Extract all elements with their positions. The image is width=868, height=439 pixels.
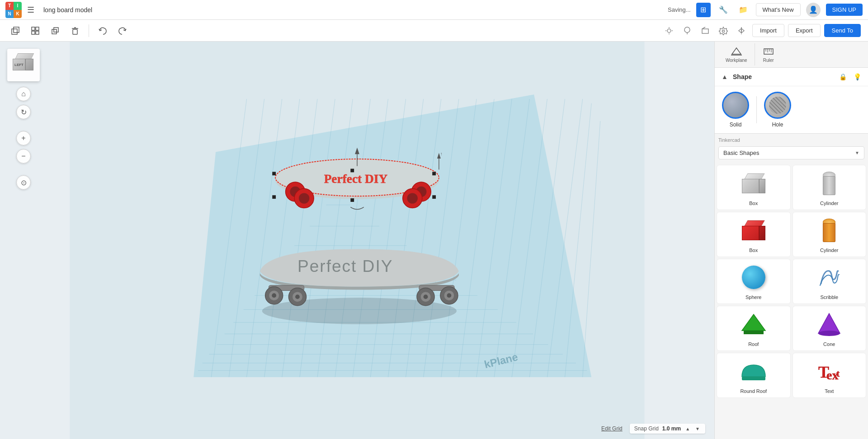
copy-workplane-btn[interactable] <box>7 23 24 39</box>
cyl-orange-label: Cylinder <box>820 248 838 253</box>
logo-t: T <box>5 2 14 10</box>
right-panel: Workplane Ruler ▲ Shape 🔒 💡 Solid <box>714 42 868 439</box>
tools-btn[interactable]: 🔧 <box>716 3 731 17</box>
orbit-btn[interactable]: ↻ <box>16 105 31 119</box>
sendto-btn[interactable]: Send To <box>824 24 861 37</box>
hole-option[interactable]: Hole <box>764 92 791 128</box>
box-red-thumb <box>739 216 768 245</box>
delete-btn[interactable] <box>67 23 83 39</box>
svg-rect-8 <box>73 29 77 34</box>
shape-panel: ▲ Shape 🔒 💡 Solid Hole <box>715 68 868 134</box>
cone-svg <box>816 311 843 338</box>
zoom-out-btn[interactable]: − <box>16 149 31 163</box>
main-area: LEFT ⌂ ↻ + − ⊙ <box>0 42 868 439</box>
svg-rect-78 <box>432 195 436 199</box>
svg-rect-18 <box>702 29 708 33</box>
library-category: Basic Shapes <box>723 149 760 156</box>
svg-rect-6 <box>52 29 57 34</box>
svg-point-72 <box>299 193 309 203</box>
svg-text:t: t <box>836 368 840 379</box>
whats-new-btn[interactable]: What's New <box>756 3 801 16</box>
scribble-thumb <box>815 263 844 292</box>
svg-point-16 <box>684 27 690 33</box>
snap-decrease-btn[interactable]: ▼ <box>694 426 701 431</box>
view-cube[interactable]: LEFT <box>7 49 40 81</box>
roof-label: Roof <box>748 341 759 347</box>
svg-rect-105 <box>764 49 773 54</box>
library-dropdown[interactable]: Basic Shapes ▼ <box>718 146 864 159</box>
tooltip-btn[interactable] <box>680 23 694 38</box>
shape-item-box-red[interactable]: Box <box>717 212 791 257</box>
shape-options: Solid Hole <box>715 86 868 133</box>
workplane-tab[interactable]: Workplane <box>718 43 755 65</box>
dropdown-arrow-icon: ▼ <box>855 150 859 155</box>
import-btn[interactable]: Import <box>752 24 784 37</box>
gallery-btn[interactable]: 📁 <box>736 3 750 17</box>
svg-point-92 <box>272 293 276 298</box>
solid-option[interactable]: Solid <box>722 92 749 128</box>
export-btn[interactable]: Export <box>788 24 821 37</box>
hamburger-icon[interactable]: ☰ <box>27 5 34 15</box>
library-header: Tinkercad <box>715 134 868 145</box>
shape-item-text[interactable]: T ex t Text <box>793 353 867 398</box>
logo[interactable]: T I N K <box>5 2 22 18</box>
shape-item-cyl-gray[interactable]: Cylinder <box>793 165 867 210</box>
mirror-btn[interactable] <box>734 23 749 38</box>
group-btn[interactable] <box>27 23 43 39</box>
home-view-btn[interactable]: ⌂ <box>16 87 31 101</box>
shape-item-cyl-orange[interactable]: Cylinder <box>793 212 867 257</box>
sphere-thumb <box>739 263 768 292</box>
svg-rect-3 <box>36 27 39 30</box>
logo-n: N <box>5 10 14 18</box>
duplicate-btn[interactable] <box>47 23 63 39</box>
cone-label: Cone <box>823 341 835 347</box>
shape-item-round-roof[interactable]: Round Roof <box>717 353 791 398</box>
ruler-tab[interactable]: Ruler <box>755 43 782 65</box>
shape-item-cone[interactable]: Cone <box>793 306 867 351</box>
sphere-label: Sphere <box>745 294 761 300</box>
fit-view-btn[interactable]: ⊙ <box>16 175 31 190</box>
text-svg: T ex t <box>815 357 844 386</box>
ruler-label: Ruler <box>763 58 774 63</box>
shape-panel-title: Shape <box>733 73 834 80</box>
svg-text:↑: ↑ <box>440 151 443 156</box>
snap-increase-btn[interactable]: ▲ <box>684 426 691 431</box>
box-gray-thumb <box>739 169 768 198</box>
plane-btn[interactable] <box>698 23 712 38</box>
signup-btn[interactable]: SIGN UP <box>826 4 863 16</box>
light-btn[interactable] <box>662 23 676 38</box>
svg-rect-5 <box>36 31 39 34</box>
shape-visible-btn[interactable]: 💡 <box>852 71 863 82</box>
redo-btn[interactable] <box>114 23 131 39</box>
main-longboard[interactable]: Perfect DIY <box>260 249 459 324</box>
svg-rect-80 <box>350 198 354 202</box>
shape-lock-btn[interactable]: 🔒 <box>837 71 848 82</box>
svg-point-22 <box>722 30 725 32</box>
svg-point-113 <box>818 331 840 336</box>
svg-rect-111 <box>744 331 764 334</box>
shape-item-roof[interactable]: Roof <box>717 306 791 351</box>
shape-collapse-btn[interactable]: ▲ <box>720 72 729 81</box>
workplane-label: Workplane <box>726 58 747 63</box>
toolbar-divider <box>89 24 89 37</box>
canvas-svg[interactable]: Perfect DIY <box>0 42 714 439</box>
hole-label: Hole <box>772 121 783 128</box>
undo-btn[interactable] <box>94 23 111 39</box>
roof-svg <box>740 311 767 338</box>
user-profile-btn[interactable]: 👤 <box>806 3 821 17</box>
zoom-in-btn[interactable]: + <box>16 131 31 145</box>
shape-item-scribble[interactable]: Scribble <box>793 259 867 304</box>
edit-grid-btn[interactable]: Edit Grid <box>601 425 623 432</box>
shape-item-box-gray[interactable]: Box <box>717 165 791 210</box>
canvas-area[interactable]: LEFT ⌂ ↻ + − ⊙ <box>0 42 714 439</box>
canvas-bottom-controls: Edit Grid Snap Grid 1.0 mm ▲ ▼ <box>601 424 705 434</box>
shape-item-sphere[interactable]: Sphere <box>717 259 791 304</box>
roof-thumb <box>739 310 768 339</box>
grid-view-btn[interactable]: ⊞ <box>696 3 711 17</box>
svg-rect-0 <box>12 29 17 34</box>
cyl-orange-thumb <box>815 216 844 245</box>
settings-btn[interactable] <box>716 23 731 38</box>
shapes-grid: Box Cylinder <box>715 163 868 400</box>
text-label: Text <box>825 388 834 394</box>
toolbar-right: Import Export Send To <box>662 23 861 38</box>
